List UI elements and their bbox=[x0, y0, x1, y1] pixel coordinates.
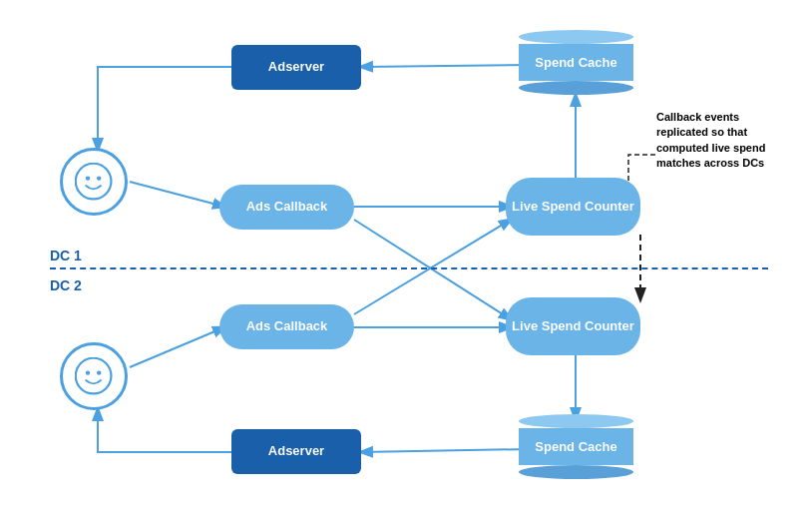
adserver-top: Adserver bbox=[231, 45, 361, 90]
live-spend-bot: Live Spend Counter bbox=[506, 297, 640, 355]
adserver-bot: Adserver bbox=[231, 429, 361, 474]
svg-point-15 bbox=[86, 371, 90, 375]
svg-point-12 bbox=[86, 177, 90, 181]
svg-point-11 bbox=[76, 164, 112, 200]
spend-cache-top: Spend Cache bbox=[519, 30, 633, 95]
ads-callback-bot: Ads Callback bbox=[219, 304, 354, 349]
svg-point-16 bbox=[97, 371, 101, 375]
spend-cache-bot: Spend Cache bbox=[519, 414, 633, 479]
callback-note: Callback eventsreplicated so thatcompute… bbox=[656, 110, 804, 172]
arrows-svg bbox=[0, 0, 812, 518]
svg-line-4 bbox=[354, 220, 511, 319]
smiley-top bbox=[60, 148, 128, 216]
dc-divider bbox=[50, 267, 768, 269]
svg-line-1 bbox=[130, 182, 224, 207]
smiley-bot bbox=[60, 342, 128, 410]
svg-line-0 bbox=[361, 65, 529, 67]
dc2-label: DC 2 bbox=[50, 277, 82, 293]
svg-line-10 bbox=[361, 449, 529, 452]
diagram: DC 1 DC 2 Adserver Spend Cache Ads Callb… bbox=[0, 0, 812, 518]
svg-point-13 bbox=[97, 177, 101, 181]
svg-line-8 bbox=[130, 327, 224, 367]
live-spend-top: Live Spend Counter bbox=[506, 178, 640, 236]
ads-callback-top: Ads Callback bbox=[219, 185, 354, 230]
dc1-label: DC 1 bbox=[50, 248, 82, 263]
svg-point-14 bbox=[76, 358, 112, 394]
